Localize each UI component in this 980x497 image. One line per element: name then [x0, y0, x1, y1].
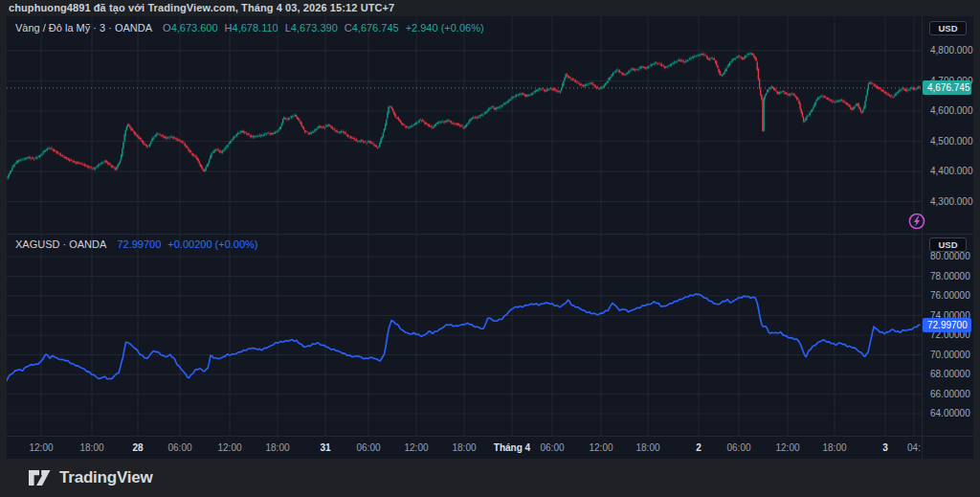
down-candle-bodies	[30, 54, 920, 171]
down-candle-wicks	[30, 52, 920, 171]
currency-button-pane1[interactable]: USD	[929, 21, 967, 35]
price-tick-label: 64.00000	[930, 408, 970, 419]
silver-price-line	[7, 294, 920, 381]
time-tick-label: 18:00	[822, 442, 846, 453]
change-value-gold: +2.940 (+0.06%)	[406, 22, 484, 34]
low-value: 4,673.390	[291, 22, 338, 34]
gold-candlestick-chart[interactable]	[7, 16, 922, 234]
price-tick-label: 4,400.000	[930, 166, 973, 177]
time-tick-label: 18:00	[79, 442, 103, 453]
symbol-title-gold[interactable]: Vàng / Đô la Mỹ · 3 · OANDA	[15, 22, 152, 34]
footer-bar: TradingView	[0, 459, 980, 497]
legend-silver: XAGUSD · OANDA 72.99700+0.00200 (+0.00%)	[15, 238, 265, 250]
time-tick-label: 06:00	[356, 442, 380, 453]
time-axis[interactable]: 12:0018:002806:0012:0018:003106:0012:001…	[7, 436, 973, 459]
price-tick-label: 80.00000	[930, 251, 970, 262]
change-value-silver: +0.00200 (+0.00%)	[167, 238, 257, 250]
pane-divider[interactable]	[7, 234, 973, 235]
silver-line-chart[interactable]	[7, 234, 922, 436]
price-tick-label: 4,500.000	[930, 136, 973, 147]
price-tick-label: 70.00000	[930, 350, 970, 361]
time-tick-label: 2	[696, 442, 702, 453]
close-label: C	[345, 22, 352, 34]
up-candle-bodies	[8, 54, 918, 179]
time-tick-label: 18:00	[635, 442, 659, 453]
open-label: O	[163, 22, 171, 34]
time-tick-label: 3	[882, 442, 888, 453]
close-value: 4,676.745	[352, 22, 399, 34]
price-tick-label: 4,300.000	[930, 196, 973, 208]
time-tick-label: 28	[132, 442, 143, 453]
tradingview-brand-text[interactable]: TradingView	[59, 468, 153, 487]
last-price-tag-silver: 72.99700	[923, 318, 971, 332]
chart-container: Vàng / Đô la Mỹ · 3 · OANDA O4,673.600H4…	[7, 16, 973, 459]
boost-button[interactable]	[907, 212, 926, 231]
time-tick-label: 12:00	[29, 442, 53, 453]
time-tick-label: 12:00	[404, 442, 428, 453]
time-tick-label: 12:00	[775, 442, 799, 453]
high-label: H	[225, 22, 233, 34]
time-tick-label: 06:00	[540, 442, 564, 453]
time-tick-label: 31	[320, 442, 330, 453]
price-tick-label: 66.00000	[930, 389, 970, 400]
price-tick-label: 4,600.000	[930, 105, 973, 117]
lightning-icon	[907, 212, 926, 231]
time-tick-label: 06:00	[167, 442, 191, 453]
legend-gold: Vàng / Đô la Mỹ · 3 · OANDA O4,673.600H4…	[15, 22, 491, 34]
symbol-title-silver[interactable]: XAGUSD · OANDA	[15, 238, 106, 250]
attribution-text: chuphuong4891 đã tạo với TradingView.com…	[0, 0, 980, 16]
price-value-silver: 72.99700	[117, 238, 161, 250]
time-tick-label: 12:00	[589, 442, 612, 453]
time-tick-label: 18:00	[265, 442, 289, 453]
time-tick-label: 04:	[907, 442, 921, 453]
tradingview-logo-icon[interactable]	[28, 468, 52, 488]
up-candle-wicks	[8, 52, 918, 180]
time-tick-label: 18:00	[452, 442, 476, 453]
price-tick-label: 78.00000	[930, 271, 970, 282]
tradingview-snapshot: chuphuong4891 đã tạo với TradingView.com…	[0, 0, 980, 497]
price-tick-label: 4,800.000	[930, 45, 973, 56]
high-value: 4,678.110	[233, 22, 278, 34]
low-label: L	[285, 22, 291, 34]
price-tick-label: 76.00000	[930, 290, 970, 302]
open-value: 4,673.600	[171, 22, 218, 34]
price-tick-label: 68.00000	[930, 369, 970, 380]
last-price-tag-gold: 4,676.745	[923, 80, 971, 95]
time-tick-label: Tháng 4	[494, 442, 530, 453]
currency-button-pane2[interactable]: USD	[929, 237, 967, 252]
time-tick-label: 12:00	[217, 442, 241, 453]
time-tick-label: 06:00	[726, 442, 750, 453]
